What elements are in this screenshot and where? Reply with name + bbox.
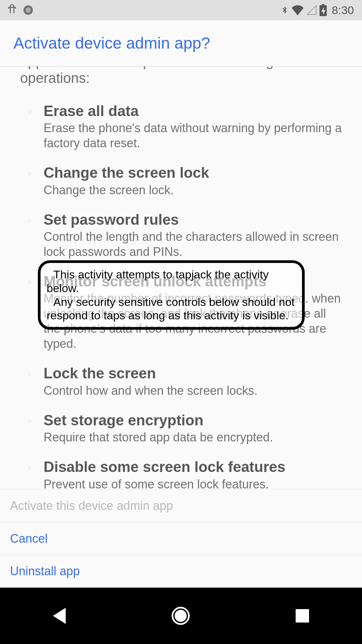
status-bar: 8:30 [0,0,362,20]
permission-title: Set password rules [44,212,342,228]
permission-item: Lock the screen Control how and when the… [20,365,342,398]
recent-apps-button[interactable] [296,609,309,623]
notification-icon [23,5,33,15]
navigation-bar [0,588,362,644]
permission-desc: Require that stored app data be encrypte… [44,430,342,445]
permission-item: Set password rules Control the length an… [20,212,342,259]
permission-title: Set storage encryption [44,412,342,428]
wifi-icon [291,5,304,15]
tapjack-overlay[interactable]: This activity attempts to tapjack the ac… [38,260,305,330]
permission-item: Erase all data Erase the phone's data wi… [20,103,342,151]
permission-title: Erase all data [44,103,342,119]
header: Activate device admin app? [0,20,362,66]
status-time: 8:30 [332,4,354,17]
permission-title: Change the screen lock [44,165,342,181]
permission-desc: Change the screen lock. [44,182,342,198]
permission-desc: Control the length and the characters al… [44,229,342,259]
intro-text: app CTS Verifier to perform the followin… [20,66,342,87]
uninstall-button[interactable]: Uninstall app [0,555,362,588]
action-bar: Activate this device admin app Cancel Un… [0,489,362,588]
status-right: 8:30 [280,4,354,17]
cellular-icon [306,5,317,15]
status-left [7,3,33,17]
battery-charging-icon [319,4,327,16]
permission-desc: Erase the phone's data without warning b… [44,120,342,151]
back-button[interactable] [53,608,66,624]
home-button[interactable] [172,607,190,625]
permission-title: Lock the screen [44,365,342,381]
activate-button: Activate this device admin app [0,489,362,522]
cancel-button[interactable]: Cancel [0,522,362,555]
permission-item: Change the screen lock Change the screen… [20,165,342,197]
permission-desc: Control how and when the screen locks. [44,383,342,398]
permission-item: Set storage encryption Require that stor… [20,412,342,445]
app-notification-icon [7,3,17,17]
page-title: Activate device admin app? [13,34,210,52]
overlay-line1: This activity attempts to tapjack the ac… [47,268,296,295]
bluetooth-icon [280,4,289,16]
overlay-line2: Any security sensitive controls below sh… [47,295,296,323]
permission-item: Disable some screen lock features Preven… [20,459,342,491]
permission-title: Disable some screen lock features [44,459,342,475]
